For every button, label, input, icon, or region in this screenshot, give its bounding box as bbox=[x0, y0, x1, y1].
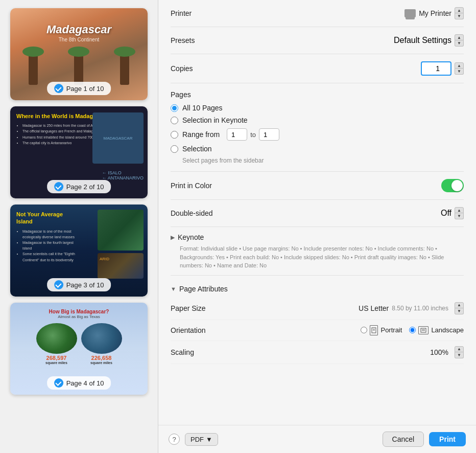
paper-size-stepper-up[interactable]: ▲ bbox=[455, 302, 464, 308]
pages-sidebar-row[interactable]: Selection bbox=[171, 145, 464, 153]
printer-stepper[interactable]: ▲ ▼ bbox=[455, 7, 464, 19]
paper-size-label: Paper Size bbox=[171, 304, 242, 312]
slide3-img2: ARID bbox=[98, 253, 144, 279]
portrait-label: Portrait bbox=[380, 326, 402, 334]
copies-label: Copies bbox=[171, 64, 232, 73]
scaling-stepper-up[interactable]: ▲ bbox=[455, 346, 464, 352]
portrait-radio[interactable] bbox=[361, 327, 367, 333]
range-sep: to bbox=[250, 131, 256, 139]
pages-range-row[interactable]: Range from to bbox=[171, 128, 464, 141]
page2-label: Page 2 of 10 bbox=[47, 180, 111, 193]
pages-all-row[interactable]: All 10 Pages bbox=[171, 104, 464, 112]
keynote-title: Keynote bbox=[178, 233, 204, 241]
landscape-label: Landscape bbox=[431, 326, 464, 334]
presets-label: Presets bbox=[171, 36, 232, 44]
pages-label: Pages bbox=[171, 90, 464, 99]
pages-selection-radio[interactable] bbox=[171, 117, 178, 124]
paper-size-stepper-down[interactable]: ▼ bbox=[455, 308, 464, 314]
paper-size-stepper[interactable]: ▲ ▼ bbox=[455, 302, 464, 314]
paper-size-value: US Letter bbox=[359, 304, 389, 312]
scaling-value-container: 100% ▲ ▼ bbox=[242, 346, 464, 358]
slide4-label2: square miles bbox=[81, 361, 122, 365]
slide4-num2: 226,658 bbox=[81, 355, 122, 361]
print-button[interactable]: Print bbox=[429, 432, 466, 446]
slide4-globe1 bbox=[36, 323, 77, 354]
portrait-option[interactable]: Portrait bbox=[361, 325, 402, 335]
print-color-value bbox=[232, 179, 464, 192]
double-sided-label: Double-sided bbox=[171, 209, 232, 217]
slide4-globe2 bbox=[81, 323, 122, 354]
print-panel: Printer My Printer ▲ ▼ Presets Default S… bbox=[158, 0, 476, 453]
page-thumb-4[interactable]: How Big is Madagascar? Almost as Big as … bbox=[10, 303, 148, 395]
page-thumb-3[interactable]: Not Your Average Island Madagascar is on… bbox=[10, 205, 148, 297]
pdf-label: PDF bbox=[191, 436, 204, 443]
page-thumb-2[interactable]: Where in the World is Madagascar? Madaga… bbox=[10, 106, 148, 198]
slide1-title: Madagascar bbox=[10, 24, 148, 36]
slide4-label1: square miles bbox=[36, 361, 77, 365]
pages-sidebar-radio[interactable] bbox=[171, 145, 178, 153]
copies-stepper-up[interactable]: ▲ bbox=[455, 62, 464, 69]
presets-row: Presets Default Settings ▲ ▼ bbox=[171, 27, 464, 54]
print-color-toggle[interactable] bbox=[441, 179, 464, 192]
page2-check bbox=[54, 182, 63, 191]
help-button[interactable]: ? bbox=[169, 434, 180, 445]
page-attributes-title: Page Attributes bbox=[179, 285, 228, 293]
orientation-group: Portrait Landscape bbox=[361, 325, 464, 335]
slide2-arrows: ← ISALO← ANTANANARIVO bbox=[102, 170, 144, 180]
landscape-radio[interactable] bbox=[409, 327, 416, 333]
pdf-button[interactable]: PDF ▼ bbox=[185, 433, 218, 446]
copies-input[interactable] bbox=[421, 61, 451, 76]
landscape-option[interactable]: Landscape bbox=[409, 326, 464, 334]
slide4-title: How Big is Madagascar? bbox=[16, 309, 141, 314]
presets-stepper-up[interactable]: ▲ bbox=[455, 34, 464, 40]
slide4-num1: 268,597 bbox=[36, 355, 77, 361]
keynote-desc: Format: Individual slide • Use page marg… bbox=[171, 244, 464, 276]
double-sided-stepper-up[interactable]: ▲ bbox=[455, 207, 464, 213]
printer-label: Printer bbox=[171, 9, 232, 17]
printer-value-container: My Printer ▲ ▼ bbox=[232, 7, 464, 19]
range-to-input[interactable] bbox=[259, 128, 279, 141]
presets-stepper[interactable]: ▲ ▼ bbox=[455, 34, 464, 47]
keynote-header[interactable]: ▶ Keynote bbox=[171, 227, 464, 244]
slide3-bullets: Madagascar is one of the most ecological… bbox=[16, 229, 78, 263]
landscape-icon bbox=[418, 326, 429, 334]
bottom-bar: ? PDF ▼ Cancel Print bbox=[158, 425, 476, 453]
presets-stepper-down[interactable]: ▼ bbox=[455, 40, 464, 47]
page3-check bbox=[54, 280, 63, 289]
scaling-stepper-down[interactable]: ▼ bbox=[455, 352, 464, 358]
printer-stepper-up[interactable]: ▲ bbox=[455, 7, 464, 13]
page-attributes-section: ▼ Page Attributes Paper Size US Letter 8… bbox=[171, 276, 464, 369]
pages-all-radio[interactable] bbox=[171, 104, 178, 112]
page1-label: Page 1 of 10 bbox=[47, 82, 111, 95]
paper-size-row: Paper Size US Letter 8.50 by 11.00 inche… bbox=[171, 297, 464, 320]
slide4-subtitle: Almost as Big as Texas bbox=[16, 314, 141, 319]
copies-stepper[interactable]: ▲ ▼ bbox=[455, 62, 464, 75]
scaling-stepper[interactable]: ▲ ▼ bbox=[455, 346, 464, 358]
orientation-value-container: Portrait Landscape bbox=[242, 325, 464, 335]
toggle-knob bbox=[451, 180, 463, 191]
page-attributes-header[interactable]: ▼ Page Attributes bbox=[171, 281, 464, 297]
selection-hint: Select pages from the sidebar bbox=[182, 157, 464, 164]
pages-all-label: All 10 Pages bbox=[182, 104, 223, 112]
paper-size-value-container: US Letter 8.50 by 11.00 inches ▲ ▼ bbox=[242, 302, 464, 314]
cancel-button[interactable]: Cancel bbox=[383, 432, 424, 447]
pages-range-radio[interactable] bbox=[171, 131, 178, 139]
double-sided-stepper-down[interactable]: ▼ bbox=[455, 213, 464, 219]
page4-check bbox=[54, 378, 63, 388]
svg-rect-3 bbox=[421, 328, 426, 332]
pages-selection-row[interactable]: Selection in Keynote bbox=[171, 116, 464, 124]
slide3-img1 bbox=[98, 210, 144, 251]
page-sidebar: Madagascar The 8th Continent Page 1 of 1… bbox=[0, 0, 158, 453]
keynote-chevron: ▶ bbox=[171, 234, 175, 241]
print-color-row: Print in Color bbox=[171, 172, 464, 200]
double-sided-stepper[interactable]: ▲ ▼ bbox=[455, 207, 464, 219]
page-thumb-1[interactable]: Madagascar The 8th Continent Page 1 of 1… bbox=[10, 8, 148, 100]
copies-stepper-down[interactable]: ▼ bbox=[455, 69, 464, 75]
range-from-input[interactable] bbox=[227, 128, 247, 141]
scaling-label: Scaling bbox=[171, 348, 242, 356]
double-sided-row: Double-sided Off ▲ ▼ bbox=[171, 200, 464, 227]
printer-stepper-down[interactable]: ▼ bbox=[455, 13, 464, 19]
page3-label: Page 3 of 10 bbox=[47, 278, 111, 291]
printer-name: My Printer bbox=[419, 9, 451, 17]
pages-range-label: Range from bbox=[182, 130, 220, 139]
